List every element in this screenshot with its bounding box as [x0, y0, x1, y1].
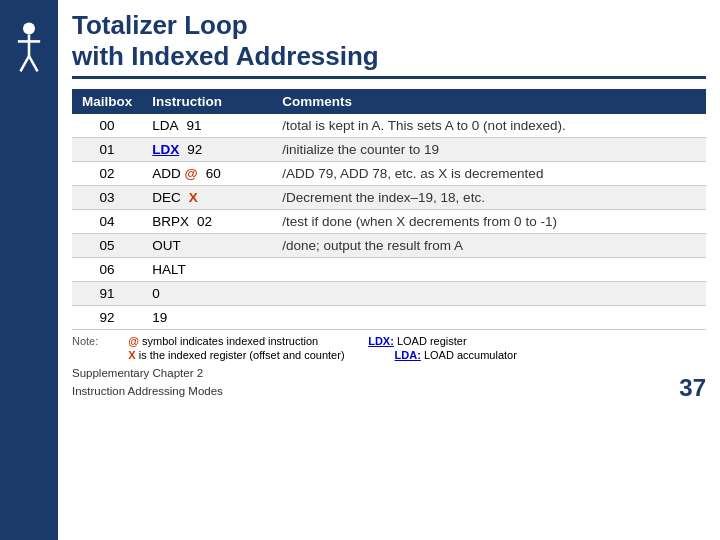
table-header-row: Mailbox Instruction Comments: [72, 89, 706, 114]
cell-instruction: LDA91: [142, 114, 272, 138]
table-row: 02ADD @60/ADD 79, ADD 78, etc. as X is d…: [72, 162, 706, 186]
cell-comment: [272, 282, 706, 306]
cell-comment: [272, 258, 706, 282]
cell-mailbox: 00: [72, 114, 142, 138]
main-content: Totalizer Loop with Indexed Addressing M…: [58, 0, 720, 540]
instr-op: 19: [152, 310, 167, 325]
cell-instruction: 19: [142, 306, 272, 330]
cell-instruction: HALT: [142, 258, 272, 282]
note-label: Note:: [72, 335, 98, 347]
cell-comment: /test if done (when X decrements from 0 …: [272, 210, 706, 234]
instr-op: BRPX: [152, 214, 189, 229]
table-row: 05OUT/done; output the result from A: [72, 234, 706, 258]
cell-mailbox: 04: [72, 210, 142, 234]
page-wrapper: Totalizer Loop with Indexed Addressing M…: [0, 0, 720, 540]
cell-comment: /initialize the counter to 19: [272, 138, 706, 162]
lda-label: LDA:: [395, 349, 421, 361]
note-line-2: Note: X is the indexed register (offset …: [72, 349, 706, 361]
table-row: 910: [72, 282, 706, 306]
col-header-mailbox: Mailbox: [72, 89, 142, 114]
cell-mailbox: 02: [72, 162, 142, 186]
cell-comment: /done; output the result from A: [272, 234, 706, 258]
instr-operand: 92: [187, 142, 202, 157]
cell-mailbox: 05: [72, 234, 142, 258]
ldx-label: LDX:: [368, 335, 394, 347]
at-symbol-instr: @: [185, 166, 198, 181]
cell-instruction: LDX92: [142, 138, 272, 162]
note-item3-text: is the indexed register (offset and coun…: [139, 349, 345, 361]
instruction-table: Mailbox Instruction Comments 00LDA91/tot…: [72, 89, 706, 330]
note-section: Note: @ symbol indicates indexed instruc…: [72, 335, 706, 361]
svg-point-0: [23, 23, 35, 35]
table-row: 01LDX92/initialize the counter to 19: [72, 138, 706, 162]
instr-operand: 91: [187, 118, 202, 133]
person-icon: [11, 20, 47, 80]
cell-mailbox: 01: [72, 138, 142, 162]
instr-op: ADD @: [152, 166, 197, 181]
svg-line-4: [29, 56, 38, 71]
table-row: 03DECX/Decrement the index–19, 18, etc.: [72, 186, 706, 210]
cell-comment: [272, 306, 706, 330]
cell-instruction: DECX: [142, 186, 272, 210]
page-number: 37: [679, 376, 706, 400]
note-item2: LDX: LOAD register: [368, 335, 466, 347]
cell-comment: /total is kept in A. This sets A to 0 (n…: [272, 114, 706, 138]
footer-left: Supplementary Chapter 2 Instruction Addr…: [72, 365, 223, 400]
instr-op: 0: [152, 286, 160, 301]
col-header-comments: Comments: [272, 89, 706, 114]
note-item2-text: LOAD register: [397, 335, 467, 347]
cell-comment: /ADD 79, ADD 78, etc. as X is decremente…: [272, 162, 706, 186]
x-operand: X: [189, 190, 198, 205]
note-item1: @ symbol indicates indexed instruction: [128, 335, 318, 347]
ldx-instr: LDX: [152, 142, 179, 157]
title-line1: Totalizer Loop: [72, 10, 248, 40]
x-symbol: X: [128, 349, 135, 361]
table-row: 04BRPX02/test if done (when X decrements…: [72, 210, 706, 234]
table-row: 06HALT: [72, 258, 706, 282]
instr-op: HALT: [152, 262, 186, 277]
cell-mailbox: 92: [72, 306, 142, 330]
footer-line1: Supplementary Chapter 2: [72, 365, 223, 382]
instr-op: DEC: [152, 190, 181, 205]
note-line-1: Note: @ symbol indicates indexed instruc…: [72, 335, 706, 347]
at-symbol: @: [128, 335, 139, 347]
cell-comment: /Decrement the index–19, 18, etc.: [272, 186, 706, 210]
col-header-instruction: Instruction: [142, 89, 272, 114]
page-title: Totalizer Loop with Indexed Addressing: [72, 10, 706, 79]
instr-op: LDA: [152, 118, 178, 133]
footer-line2: Instruction Addressing Modes: [72, 383, 223, 400]
left-sidebar: [0, 0, 58, 540]
note-item3: X is the indexed register (offset and co…: [128, 349, 344, 361]
instr-op: OUT: [152, 238, 181, 253]
cell-instruction: ADD @60: [142, 162, 272, 186]
table-row: 9219: [72, 306, 706, 330]
cell-instruction: OUT: [142, 234, 272, 258]
instr-operand: X: [189, 190, 198, 205]
svg-line-3: [20, 56, 29, 71]
footer: Supplementary Chapter 2 Instruction Addr…: [72, 365, 706, 400]
cell-instruction: 0: [142, 282, 272, 306]
cell-mailbox: 06: [72, 258, 142, 282]
instr-operand: 60: [206, 166, 221, 181]
cell-mailbox: 03: [72, 186, 142, 210]
cell-instruction: BRPX02: [142, 210, 272, 234]
note-item4-text: LOAD accumulator: [424, 349, 517, 361]
note-item4: LDA: LOAD accumulator: [395, 349, 517, 361]
cell-mailbox: 91: [72, 282, 142, 306]
table-row: 00LDA91/total is kept in A. This sets A …: [72, 114, 706, 138]
instr-operand: 02: [197, 214, 212, 229]
instr-op: LDX: [152, 142, 179, 157]
title-line2: with Indexed Addressing: [72, 41, 379, 71]
note-item1-text: symbol indicates indexed instruction: [142, 335, 318, 347]
